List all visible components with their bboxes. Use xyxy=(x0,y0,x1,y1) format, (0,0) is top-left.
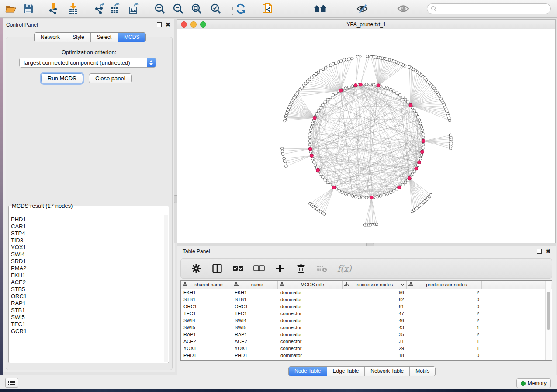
cytoscape-window: Control Panel ✖ Network Style Select MCD… xyxy=(0,0,557,392)
mcds-result-item[interactable]: ACE2 xyxy=(11,279,164,286)
table-row[interactable]: YOX1 YOX1 connector 29 1 xyxy=(181,345,552,352)
dropdown-selected-value: largest connected component (undirected) xyxy=(20,59,147,66)
table-row[interactable]: SWI5 SWI5 connector 43 1 xyxy=(181,324,552,331)
table-row[interactable]: ORC1 ORC1 dominator 61 0 xyxy=(181,303,552,310)
tab-node-table[interactable]: Node Table xyxy=(289,367,327,376)
toolbar-separator xyxy=(259,3,259,15)
show-all-icon[interactable] xyxy=(396,2,411,16)
import-network-icon[interactable] xyxy=(46,2,61,16)
column-header-successor-nodes[interactable]: successor nodes xyxy=(343,281,407,289)
table-row[interactable]: TEC1 TEC1 connector 47 2 xyxy=(181,310,552,317)
mcds-result-item[interactable]: STP4 xyxy=(11,230,164,237)
toolbar-separator xyxy=(86,3,86,15)
float-panel-icon[interactable] xyxy=(537,249,542,254)
column-header-shared-name[interactable]: shared name xyxy=(181,281,232,289)
tab-motifs[interactable]: Motifs xyxy=(410,367,435,376)
mcds-result-item[interactable]: SRD1 xyxy=(11,258,164,265)
optimization-criterion-label: Optimization criterion: xyxy=(3,49,175,55)
tab-network[interactable]: Network xyxy=(35,33,66,42)
table-row[interactable]: RAP1 RAP1 dominator 35 2 xyxy=(181,331,552,338)
close-panel-icon[interactable]: ✖ xyxy=(546,249,550,253)
tab-edge-table[interactable]: Edge Table xyxy=(327,367,365,376)
memory-status-icon xyxy=(521,381,526,386)
search-field[interactable] xyxy=(427,3,551,14)
table-scrollbar-thumb[interactable] xyxy=(547,292,550,330)
first-neighbors-icon[interactable] xyxy=(313,2,328,16)
mcds-result-list[interactable]: PHD1CAR1STP4TID3YOX1SWI4SRD1PMA2FKH1ACE2… xyxy=(9,215,164,362)
memory-button[interactable]: Memory xyxy=(516,378,551,388)
tab-mcds[interactable]: MCDS xyxy=(118,33,145,42)
mcds-result-item[interactable]: TEC1 xyxy=(11,321,164,328)
close-panel-icon[interactable]: ✖ xyxy=(166,23,170,27)
mcds-result-item[interactable]: SWI4 xyxy=(11,251,164,258)
float-panel-icon[interactable] xyxy=(157,22,162,27)
save-session-icon[interactable] xyxy=(21,2,36,16)
mcds-result-title: MCDS result (17 nodes) xyxy=(10,203,74,209)
mcds-result-item[interactable]: PHD1 xyxy=(11,216,164,223)
node-table-header: shared namenameMCDS rolesuccessor nodesp… xyxy=(181,281,552,289)
network-view-title: YPA_prune.txt_1 xyxy=(177,21,555,28)
add-column-icon[interactable] xyxy=(274,263,286,274)
search-input[interactable] xyxy=(437,5,547,12)
column-header-MCDS-role[interactable]: MCDS role xyxy=(278,281,343,289)
export-table-icon[interactable] xyxy=(107,2,122,16)
network-view-titlebar[interactable]: YPA_prune.txt_1 xyxy=(177,20,555,29)
toolbar-separator xyxy=(150,3,150,15)
delete-column-icon[interactable] xyxy=(295,263,307,274)
mcds-result-item[interactable]: CAR1 xyxy=(11,223,164,230)
control-panel-tabs: Network Style Select MCDS xyxy=(34,32,146,42)
mcds-result-scrollbar[interactable] xyxy=(164,215,168,362)
open-session-icon[interactable] xyxy=(3,2,18,16)
network-canvas[interactable] xyxy=(177,29,555,243)
import-table-icon[interactable] xyxy=(66,2,80,16)
new-network-from-selection-icon[interactable] xyxy=(260,2,275,16)
refresh-view-icon[interactable] xyxy=(233,2,248,16)
table-row[interactable]: FKH1 FKH1 dominator 96 2 xyxy=(181,289,552,296)
mcds-result-item[interactable]: PMA2 xyxy=(11,265,164,272)
table-scrollbar[interactable] xyxy=(545,281,551,360)
zoom-selected-icon[interactable] xyxy=(208,2,223,16)
mcds-result-item[interactable]: RAP1 xyxy=(11,300,164,307)
select-all-checkboxes-icon[interactable] xyxy=(232,263,244,274)
column-header-predecessor-nodes[interactable]: predecessor nodes xyxy=(407,281,482,289)
hide-selected-icon[interactable] xyxy=(355,2,370,16)
column-header-name[interactable]: name xyxy=(232,281,278,289)
table-row[interactable]: SWI4 SWI4 dominator 46 2 xyxy=(181,317,552,324)
export-image-icon[interactable] xyxy=(126,2,141,16)
attribute-type-icon xyxy=(344,282,349,287)
tab-style[interactable]: Style xyxy=(66,33,91,42)
mcds-result-item[interactable]: GCR1 xyxy=(11,328,164,335)
node-table: shared namenameMCDS rolesuccessor nodesp… xyxy=(180,280,552,361)
table-row[interactable]: STB1 STB1 dominator 62 0 xyxy=(181,296,552,303)
tab-select[interactable]: Select xyxy=(91,33,118,42)
tab-network-table[interactable]: Network Table xyxy=(365,367,410,376)
mcds-result-item[interactable]: ORC1 xyxy=(11,293,164,300)
deselect-all-checkboxes-icon[interactable] xyxy=(253,263,265,274)
mcds-result-item[interactable]: SWI5 xyxy=(11,314,164,321)
zoom-in-icon[interactable] xyxy=(152,2,167,16)
table-panel: Table Panel ✖ xyxy=(177,246,556,375)
zoom-out-icon[interactable] xyxy=(171,2,186,16)
task-history-button[interactable] xyxy=(5,378,18,388)
mcds-result-item[interactable]: YOX1 xyxy=(11,244,164,251)
mcds-result-item[interactable]: TID3 xyxy=(11,237,164,244)
toolbar-separator xyxy=(42,3,42,15)
close-panel-button[interactable]: Close panel xyxy=(89,73,132,83)
mcds-result-groupbox: MCDS result (17 nodes) PHD1CAR1STP4TID3Y… xyxy=(8,203,169,363)
table-options-gear-icon[interactable] xyxy=(190,263,202,274)
mcds-result-item[interactable]: STB1 xyxy=(11,307,164,314)
optimization-criterion-dropdown[interactable]: largest connected component (undirected) xyxy=(19,58,156,68)
memory-label: Memory xyxy=(528,380,547,386)
main-toolbar xyxy=(0,0,557,18)
table-toolbar: f(x) xyxy=(180,258,552,279)
mcds-result-item[interactable]: STB5 xyxy=(11,286,164,293)
export-network-icon[interactable] xyxy=(92,2,107,16)
table-row[interactable]: PHD1 PHD1 dominator 18 0 xyxy=(181,352,552,359)
show-column-icon[interactable] xyxy=(211,263,223,274)
node-table-rows: FKH1 FKH1 dominator 96 2 STB1 STB1 domin… xyxy=(181,289,552,359)
mcds-result-item[interactable]: FKH1 xyxy=(11,272,164,279)
run-mcds-button[interactable]: Run MCDS xyxy=(41,73,83,83)
dropdown-stepper-icon xyxy=(147,58,156,67)
zoom-fit-icon[interactable] xyxy=(189,2,204,16)
table-row[interactable]: ACE2 ACE2 connector 31 1 xyxy=(181,338,552,345)
